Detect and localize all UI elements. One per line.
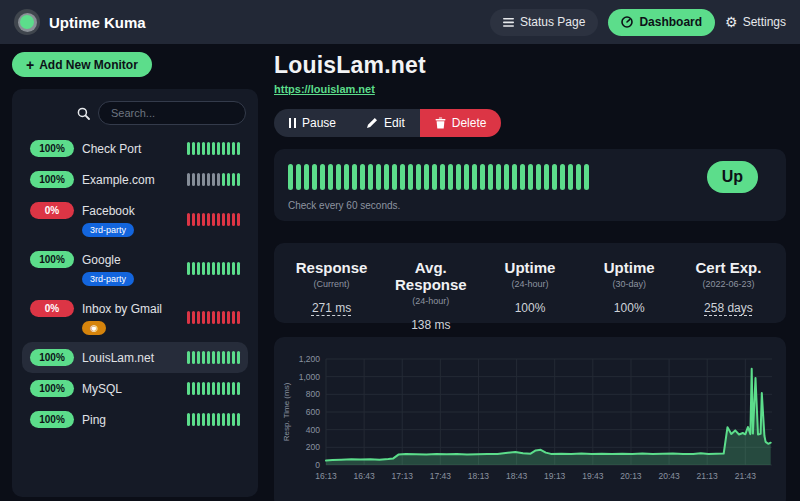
heartbeat-beat — [212, 142, 215, 155]
heartbeat-beat — [360, 164, 365, 190]
settings-label: Settings — [743, 15, 786, 29]
heartbeat-beat — [528, 164, 533, 190]
heartbeat-beat — [392, 164, 397, 190]
heartbeat-beat — [222, 173, 225, 186]
heartbeat-beat — [328, 164, 333, 190]
monitor-list-item[interactable]: 100% Example.com — [22, 164, 248, 195]
status-page-button[interactable]: Status Page — [490, 9, 598, 36]
list-icon — [503, 18, 514, 27]
svg-text:20:43: 20:43 — [658, 471, 680, 481]
heartbeat-beat — [217, 262, 220, 275]
heartbeat-beat — [512, 164, 517, 190]
heartbeat-beat — [227, 382, 230, 395]
app-title: Uptime Kuma — [49, 14, 146, 31]
heartbeat-beat — [202, 311, 205, 324]
status-badge: Up — [707, 161, 758, 193]
monitor-list-item[interactable]: 100% LouisLam.net — [22, 342, 248, 373]
plus-icon: + — [26, 57, 34, 73]
heartbeat-beat — [424, 164, 429, 190]
heartbeat-beat — [237, 213, 240, 226]
svg-text:20:13: 20:13 — [620, 471, 642, 481]
heartbeat-beat — [320, 164, 325, 190]
uptime-badge: 100% — [30, 349, 74, 366]
svg-text:21:13: 21:13 — [697, 471, 719, 481]
heartbeat-beat — [232, 262, 235, 275]
app-brand[interactable]: Uptime Kuma — [14, 9, 146, 35]
monitor-url-link[interactable]: https://louislam.net — [274, 83, 375, 95]
pause-button[interactable]: Pause — [274, 109, 351, 137]
monitor-tag: 3rd-party — [82, 272, 134, 286]
monitor-list-item[interactable]: 100% Ping — [22, 404, 248, 435]
monitor-heartbeat-bar — [187, 382, 240, 395]
heartbeat-beat — [227, 213, 230, 226]
monitor-name: MySQL — [82, 382, 122, 396]
monitor-list-item[interactable]: 100% MySQL — [22, 373, 248, 404]
monitor-list-item[interactable]: 0% Facebook 3rd-party — [22, 195, 248, 244]
svg-text:1,200: 1,200 — [299, 354, 321, 364]
stat-sublabel: (30-day) — [580, 279, 679, 289]
heartbeat-beat — [212, 262, 215, 275]
monitor-list-item[interactable]: 100% Google 3rd-party — [22, 244, 248, 293]
check-interval-note: Check every 60 seconds. — [288, 200, 772, 211]
heartbeat-beat — [187, 213, 190, 226]
heartbeat-beat — [384, 164, 389, 190]
heartbeat-beat — [197, 382, 200, 395]
monitor-list-item[interactable]: 100% Check Port — [22, 133, 248, 164]
monitor-list-item[interactable]: 0% Inbox by Gmail ◉ — [22, 293, 248, 342]
monitor-tags: 3rd-party — [82, 272, 134, 286]
heartbeat-beat — [237, 382, 240, 395]
monitor-heartbeat-bar — [187, 173, 240, 186]
stat-column: Cert Exp. (2022-06-23) 258 days — [679, 259, 778, 332]
heartbeat-beat — [227, 142, 230, 155]
heartbeat-beat — [202, 351, 205, 364]
stat-column: Response (Current) 271 ms — [282, 259, 381, 332]
heartbeat-beat — [207, 213, 210, 226]
stat-column: Avg. Response (24-hour) 138 ms — [381, 259, 480, 332]
heartbeat-beat — [227, 351, 230, 364]
delete-button[interactable]: Delete — [420, 109, 502, 137]
heartbeat-beat — [576, 164, 581, 190]
pause-label: Pause — [302, 116, 336, 130]
sidebar: + Add New Monitor 100% Check Port 100% — [0, 44, 270, 501]
heartbeat-beat — [472, 164, 477, 190]
heartbeat-beat — [232, 213, 235, 226]
heartbeat-beat — [227, 311, 230, 324]
heartbeat-beat — [187, 311, 190, 324]
svg-text:18:13: 18:13 — [468, 471, 490, 481]
heartbeat-beat — [232, 382, 235, 395]
monitor-title: LouisLam.net — [274, 52, 786, 79]
uptime-badge: 100% — [30, 251, 74, 268]
heartbeat-beat — [232, 413, 235, 426]
monitor-heartbeat-bar — [187, 213, 240, 226]
search-row — [22, 99, 248, 133]
heartbeat-beat — [187, 413, 190, 426]
svg-text:19:43: 19:43 — [582, 471, 604, 481]
dashboard-button[interactable]: Dashboard — [608, 9, 715, 36]
heartbeat-beat — [504, 164, 509, 190]
edit-button[interactable]: Edit — [351, 109, 420, 137]
heartbeat-beat — [202, 262, 205, 275]
heartbeat-beat — [197, 142, 200, 155]
app-logo-icon — [14, 9, 40, 35]
heartbeat-beat — [207, 173, 210, 186]
heartbeat-beat — [212, 413, 215, 426]
settings-button[interactable]: ⚙ Settings — [725, 15, 786, 29]
heartbeat-beat — [192, 142, 195, 155]
monitor-heartbeat-bar — [187, 413, 240, 426]
heartbeat-beat — [232, 173, 235, 186]
add-new-monitor-button[interactable]: + Add New Monitor — [12, 52, 152, 77]
stat-value: 138 ms — [381, 318, 480, 332]
heartbeat-beat — [187, 351, 190, 364]
heartbeat-beat — [207, 382, 210, 395]
search-input[interactable] — [98, 101, 246, 125]
heartbeat-beat — [222, 311, 225, 324]
monitor-name: Example.com — [82, 173, 155, 187]
heartbeat-beat — [368, 164, 373, 190]
heartbeat-beat — [344, 164, 349, 190]
heartbeat-beat — [568, 164, 573, 190]
uptime-badge: 100% — [30, 171, 74, 188]
heartbeat-beat — [584, 164, 589, 190]
response-time-chart: 02004006008001,0001,20016:1316:4317:1317… — [280, 347, 784, 501]
heartbeat-beat — [544, 164, 549, 190]
delete-label: Delete — [452, 116, 487, 130]
